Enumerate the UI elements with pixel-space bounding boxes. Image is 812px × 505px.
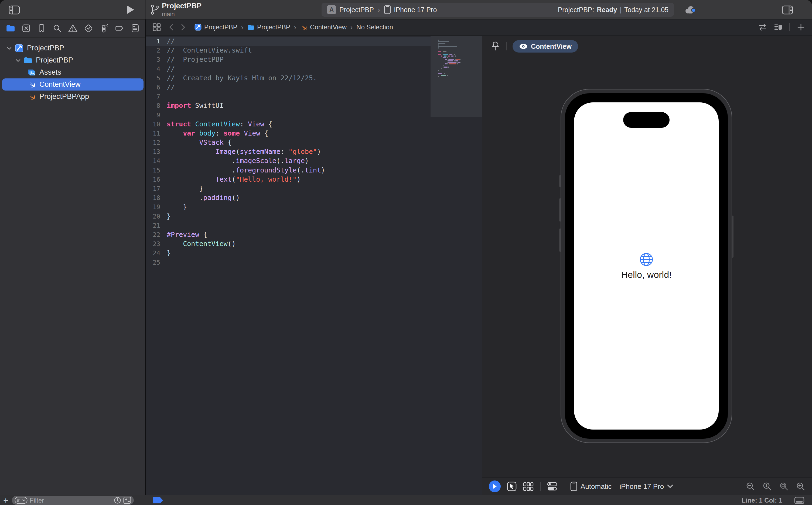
line-number: 1 — [146, 37, 167, 46]
jumpbar-divider — [789, 23, 790, 31]
tree-item-assets[interactable]: Assets — [2, 66, 143, 78]
editor-layout-icon[interactable] — [774, 23, 783, 32]
preview-device-picker[interactable]: Automatic – iPhone 17 Pro — [570, 482, 673, 491]
add-editor-icon[interactable] — [796, 23, 806, 32]
pin-icon[interactable] — [490, 41, 500, 52]
disclosure-chevron-icon[interactable] — [6, 45, 12, 51]
live-preview-button[interactable] — [489, 481, 501, 492]
code-line[interactable]: 11 var body: some View { — [146, 129, 431, 138]
code-line[interactable]: 4// — [146, 64, 431, 73]
zoom-100-button[interactable]: 1 — [763, 482, 772, 491]
tree-item-label: ProjectPBPApp — [39, 93, 89, 101]
debug-tab[interactable] — [98, 22, 110, 34]
filter-icon — [15, 497, 27, 504]
activity-status[interactable]: ProjectPBP: Ready | Today at 21.05 — [558, 6, 669, 14]
code-line[interactable]: 8import SwiftUI — [146, 101, 431, 110]
code-line[interactable]: 18 .padding() — [146, 193, 431, 202]
code-line[interactable]: 6// — [146, 83, 431, 92]
scheme-destination[interactable]: iPhone 17 Pro — [394, 6, 437, 14]
code-area[interactable]: 1//2// ContentView.swift3// ProjectPBP4/… — [146, 37, 431, 267]
code-text: } — [167, 248, 431, 258]
source-editor[interactable]: 1//2// ContentView.swift3// ProjectPBP4/… — [146, 36, 482, 495]
breadcrumb-item[interactable]: No Selection — [356, 23, 393, 31]
line-number: 10 — [146, 120, 167, 129]
filter-field[interactable]: Filter — [12, 496, 134, 505]
code-line[interactable]: 20} — [146, 212, 431, 221]
scheme-name[interactable]: ProjectPBP — [339, 6, 374, 14]
code-line[interactable]: 17 } — [146, 184, 431, 193]
variants-mode-button[interactable] — [523, 482, 534, 491]
device-settings-button[interactable] — [547, 481, 558, 492]
folder-icon — [247, 23, 255, 31]
find-tab[interactable] — [51, 22, 63, 34]
flagged-items-icon[interactable] — [123, 497, 131, 504]
breadcrumb-item[interactable]: ContentView — [300, 23, 347, 31]
breakpoints-tab[interactable] — [114, 22, 125, 34]
code-line[interactable]: 23 ContentView() — [146, 239, 431, 248]
minimap[interactable] — [431, 36, 482, 495]
preview-canvas: ContentView — [482, 36, 812, 495]
code-line[interactable]: 16 Text("Hello, world!") — [146, 175, 431, 184]
project-navigator-tab[interactable] — [5, 22, 16, 34]
zoom-fit-button[interactable] — [779, 482, 789, 491]
code-line[interactable]: 24} — [146, 248, 431, 258]
add-item-button[interactable]: + — [3, 496, 8, 505]
cloud-sync-icon[interactable] — [684, 5, 697, 15]
code-line[interactable]: 3// ProjectPBP — [146, 55, 431, 64]
toggle-right-inspector-button[interactable] — [782, 5, 793, 15]
device-preview[interactable]: Hello, world! — [561, 90, 732, 443]
code-text — [167, 258, 431, 267]
code-line[interactable]: 5// Created by Kayis Hlm on 22/12/25. — [146, 73, 431, 83]
code-line[interactable]: 9 — [146, 111, 431, 120]
phone-frame: Hello, world! — [561, 90, 732, 443]
code-line[interactable]: 2// ContentView.swift — [146, 46, 431, 55]
code-line[interactable]: 14 .imageScale(.large) — [146, 156, 431, 165]
code-line[interactable]: 7 — [146, 92, 431, 101]
code-line[interactable]: 22#Preview { — [146, 230, 431, 239]
code-text: ContentView() — [167, 239, 431, 248]
code-text: } — [167, 202, 431, 211]
reports-tab[interactable] — [129, 22, 141, 34]
breadcrumb-item[interactable]: ProjectPBP — [194, 23, 237, 31]
recent-files-clock-icon[interactable] — [114, 497, 121, 504]
tree-item-projectpbpapp[interactable]: ProjectPBPApp — [2, 91, 143, 103]
back-button[interactable] — [167, 23, 177, 32]
issues-tab[interactable] — [67, 22, 79, 34]
tree-item-contentview[interactable]: ContentView — [2, 78, 143, 91]
zoom-in-button[interactable] — [796, 482, 806, 491]
code-line[interactable]: 12 VStack { — [146, 138, 431, 147]
code-line[interactable]: 21 — [146, 221, 431, 230]
toggle-bottom-bar-button[interactable] — [794, 497, 804, 504]
code-line[interactable]: 19 } — [146, 202, 431, 211]
code-line[interactable]: 13 Image(systemName: "globe") — [146, 147, 431, 156]
source-control-tab[interactable] — [20, 22, 32, 34]
run-button[interactable] — [126, 5, 135, 15]
preview-tab[interactable]: ContentView — [512, 40, 578, 52]
zoom-out-button[interactable] — [745, 482, 756, 491]
project-title-block[interactable]: ProjectPBP main — [162, 2, 202, 17]
bookmarks-tab[interactable] — [36, 22, 47, 34]
phone-volume-down-button — [559, 228, 561, 252]
code-line[interactable]: 15 .foregroundStyle(.tint) — [146, 166, 431, 175]
breadcrumb-label: ProjectPBP — [204, 23, 237, 31]
tests-tab[interactable] — [83, 22, 94, 34]
code-line[interactable]: 25 — [146, 258, 431, 267]
breadcrumb-item[interactable]: ProjectPBP — [247, 23, 290, 31]
code-line[interactable]: 10struct ContentView: View { — [146, 120, 431, 129]
toggle-left-sidebar-button[interactable] — [9, 5, 20, 15]
code-review-icon[interactable] — [758, 23, 767, 32]
phone-bezel: Hello, world! — [565, 93, 728, 439]
status-separator: | — [620, 6, 621, 14]
code-text: // ProjectPBP — [167, 55, 431, 64]
phone-power-button — [732, 215, 733, 258]
disclosure-chevron-icon[interactable] — [15, 57, 21, 63]
related-items-icon[interactable] — [152, 23, 161, 32]
tree-item-projectpbp[interactable]: ProjectPBP — [2, 42, 143, 54]
tree-item-projectpbp[interactable]: ProjectPBP — [2, 54, 143, 66]
breadcrumb-separator: › — [350, 23, 353, 31]
code-line[interactable]: 1// — [146, 37, 431, 46]
selectable-mode-button[interactable] — [507, 481, 517, 492]
breakpoints-toggle[interactable] — [153, 497, 163, 503]
phone-screen[interactable]: Hello, world! — [574, 103, 719, 430]
forward-button[interactable] — [178, 23, 187, 32]
